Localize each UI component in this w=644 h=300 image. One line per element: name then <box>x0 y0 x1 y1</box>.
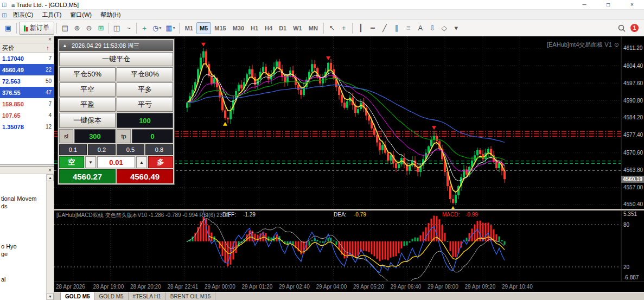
market-watch-row[interactable]: 107.654 <box>0 110 54 121</box>
bid-price-cell: 1.17040 <box>0 55 41 62</box>
menu-item-window[interactable]: 窗口(W) <box>66 10 96 20</box>
close-shorts-button[interactable]: 平空 <box>59 82 116 97</box>
navigator-scrollbar[interactable]: ▲ ▼ <box>46 174 54 300</box>
close-loss-button[interactable]: 平亏 <box>117 98 173 112</box>
timeframe-d1[interactable]: D1 <box>276 22 290 34</box>
timeframe-m1[interactable]: M1 <box>182 22 196 34</box>
sort-up-icon[interactable]: ↑ <box>42 44 54 51</box>
trendline-icon[interactable]: ╱ <box>379 22 391 34</box>
text-icon[interactable]: A <box>415 22 426 34</box>
chart-tab[interactable]: GOLD M5 <box>95 292 129 300</box>
new-order-button[interactable]: 新订单 <box>19 22 54 35</box>
scroll-down-icon[interactable]: ▼ <box>47 293 54 300</box>
breakeven-button[interactable]: 一键保本 <box>59 113 116 128</box>
zoom-out-icon: ⊖ <box>86 24 92 32</box>
market-watch-row[interactable]: 4560.4922 <box>0 64 54 75</box>
navigator-item[interactable]: ds <box>1 203 8 209</box>
close-profit-button[interactable]: 平盈 <box>59 98 116 112</box>
crosshair-icon[interactable]: + <box>338 22 350 34</box>
navigator-item[interactable]: tional Movem <box>1 195 36 202</box>
zoom-in-icon[interactable]: ⊕ <box>71 22 83 34</box>
sell-button[interactable]: 空 <box>59 156 84 168</box>
restore-button[interactable]: □ <box>596 0 620 10</box>
line-chart-icon[interactable]: ~ <box>123 22 135 34</box>
svg-text:4604.40: 4604.40 <box>623 63 643 69</box>
lot-preset-button[interactable]: 0.5 <box>117 144 144 155</box>
lot-increase-icon[interactable]: ▲ <box>136 156 147 168</box>
navigator-item[interactable]: al <box>1 276 6 283</box>
lot-preset-button[interactable]: 0.2 <box>88 144 116 155</box>
market-watch-row[interactable]: 1.3507812 <box>0 121 54 132</box>
menu-item-chart[interactable]: 图表(C) <box>9 10 37 20</box>
bid-column-header[interactable]: 买价 <box>0 44 42 52</box>
channel-icon[interactable]: ∥ <box>391 22 403 34</box>
sl-value[interactable]: 300 <box>74 129 116 143</box>
tp-value[interactable]: 0 <box>132 129 173 143</box>
navigator-item[interactable]: o Hyo <box>1 243 17 250</box>
minimize-button[interactable]: ─ <box>572 0 596 10</box>
market-watch-header[interactable]: 买价 ↑ <box>0 43 54 53</box>
templates-icon[interactable]: ▦▾ <box>163 22 177 34</box>
spread-cell: 22 <box>41 67 54 73</box>
close-longs-button[interactable]: 平多 <box>117 82 173 97</box>
close-icon[interactable]: × <box>46 36 54 43</box>
chart-tab[interactable]: #TESLA H1 <box>129 292 166 300</box>
candlestick-chart-icon[interactable]: ◫ <box>111 22 123 34</box>
timeframe-m15[interactable]: M15 <box>211 22 229 34</box>
navigator-item[interactable]: ge <box>1 251 8 257</box>
market-watch-row[interactable]: 72.56350 <box>0 75 54 87</box>
close-icon[interactable]: × <box>46 167 54 174</box>
search-icon[interactable] <box>616 22 628 34</box>
svg-text:4570.60: 4570.60 <box>623 150 643 156</box>
market-watch-row[interactable]: 376.5547 <box>0 87 54 98</box>
lot-decrease-icon[interactable]: ▼ <box>85 156 96 168</box>
shapes-icon[interactable]: ◇ <box>438 22 450 34</box>
market-watch-row[interactable]: 159.8507 <box>0 98 54 110</box>
spread-cell: 47 <box>41 90 54 95</box>
fibonacci-icon[interactable]: ≡ <box>403 22 415 34</box>
timeframe-w1[interactable]: W1 <box>290 22 305 34</box>
indicators-icon[interactable]: ＋ <box>138 22 150 34</box>
lot-size-field[interactable]: 0.01 <box>97 156 135 168</box>
more-tools-icon[interactable]: ▾ <box>450 22 462 34</box>
chart-tab[interactable]: BRENT OIL M15 <box>166 292 215 300</box>
tile-windows-icon[interactable]: ⊞ <box>95 22 107 34</box>
sell-price[interactable]: 4560.27 <box>59 169 116 183</box>
notification-badge[interactable]: 1 <box>630 24 639 32</box>
lot-preset-button[interactable]: 0.1 <box>59 144 87 155</box>
menu-item-tools[interactable]: 工具(T) <box>37 10 66 20</box>
menu-item-help[interactable]: 帮助(H) <box>96 10 125 20</box>
timeframe-mn[interactable]: MN <box>305 22 321 34</box>
sidebar-toggle-icon[interactable]: ▣ <box>2 22 14 34</box>
chart-tab[interactable]: GOLD M5 <box>61 292 95 300</box>
collapse-icon[interactable]: ▲ <box>62 43 67 48</box>
scroll-up-icon[interactable]: ▲ <box>47 174 54 181</box>
timeframe-h1[interactable]: H1 <box>247 22 262 34</box>
time-label: 29 Apr 09:20 <box>465 284 496 290</box>
close-all-button[interactable]: 一键平仓 <box>59 52 173 66</box>
breakeven-value[interactable]: 100 <box>117 113 173 128</box>
macd-indicator-pane[interactable]: 5.3518020-6.887 <box>54 210 644 281</box>
macd-rsi-chart[interactable]: 5.3518020-6.887 <box>54 210 644 281</box>
tab-strip-corner[interactable] <box>54 292 61 300</box>
cursor-icon[interactable]: ↖ <box>326 22 338 34</box>
periods-icon[interactable]: ◷▾ <box>150 22 163 34</box>
arrows-icon[interactable]: ⇩ <box>426 22 438 34</box>
vertical-line-icon[interactable]: ┃ <box>355 22 367 34</box>
lot-preset-row: 0.10.20.50.8 <box>59 144 173 155</box>
buy-button[interactable]: 多 <box>148 156 173 168</box>
lot-preset-button[interactable]: 0.8 <box>145 144 173 155</box>
horizontal-line-icon[interactable]: ━ <box>367 22 379 34</box>
close-button[interactable]: × <box>620 0 644 10</box>
buy-price[interactable]: 4560.49 <box>117 169 173 183</box>
close-80-button[interactable]: 平仓80% <box>117 67 173 81</box>
timeframe-m30[interactable]: M30 <box>229 22 247 34</box>
close-50-button[interactable]: 平仓50% <box>59 67 116 81</box>
trade-panel-header[interactable]: ▲ 2026.04.29 11:53:08 周三 <box>59 40 173 51</box>
info-icon[interactable]: ⊙ <box>614 41 619 48</box>
market-watch-row[interactable]: 1.170407 <box>0 53 54 64</box>
timeframe-h4[interactable]: H4 <box>262 22 276 34</box>
zoom-out-icon[interactable]: ⊖ <box>83 22 95 34</box>
chart-bars-icon[interactable]: ▤ <box>59 22 71 34</box>
timeframe-m5[interactable]: M5 <box>196 22 211 34</box>
